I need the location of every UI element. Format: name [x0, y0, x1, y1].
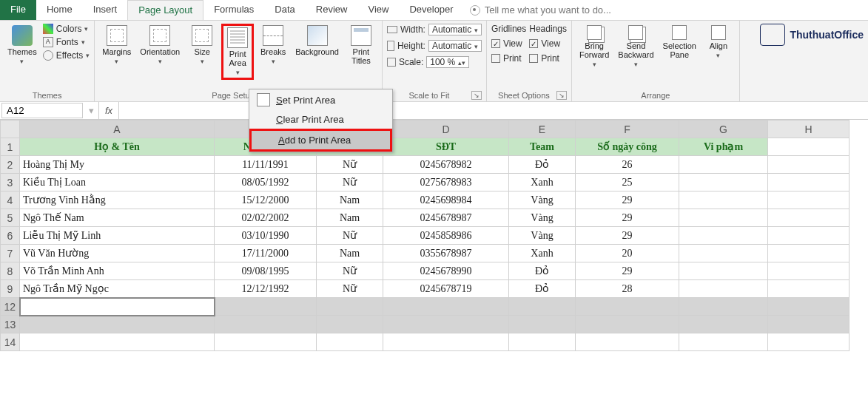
cell-G2[interactable]	[679, 156, 768, 174]
cell-H9[interactable]	[768, 280, 850, 298]
cell-F5[interactable]: 29	[576, 209, 679, 227]
cell-H1[interactable]	[768, 138, 850, 156]
name-box-dropdown-icon[interactable]: ▾	[84, 105, 98, 116]
cell-C3[interactable]: Nữ	[317, 174, 383, 191]
cell[interactable]	[215, 298, 317, 316]
gridlines-view-check[interactable]: ✓View	[491, 38, 526, 49]
row-header-3[interactable]: 3	[1, 174, 20, 191]
cell-F8[interactable]: 29	[576, 262, 679, 280]
cell[interactable]	[679, 316, 768, 333]
cell-E9[interactable]: Đỏ	[509, 280, 576, 298]
cell-E8[interactable]: Đỏ	[509, 262, 576, 280]
tab-home[interactable]: Home	[36, 0, 83, 20]
cell-D3[interactable]: 0275678983	[383, 174, 509, 191]
cell-A9[interactable]: Ngô Trần Mỹ Ngọc	[20, 280, 215, 298]
cell-G3[interactable]	[679, 174, 768, 191]
cell-H4[interactable]	[768, 191, 850, 209]
cell[interactable]	[215, 333, 317, 351]
cell-A1[interactable]: Họ & Tên	[20, 138, 215, 156]
select-all-corner[interactable]	[1, 121, 20, 138]
cell-D2[interactable]: 0245678982	[383, 156, 509, 174]
cell-E1[interactable]: Team	[509, 138, 576, 156]
row-header-8[interactable]: 8	[1, 262, 20, 280]
cell[interactable]	[509, 333, 576, 351]
cell-C8[interactable]: Nữ	[317, 262, 383, 280]
themes-button[interactable]: Themes ▾	[4, 24, 40, 67]
row-header-4[interactable]: 4	[1, 191, 20, 209]
row-header-5[interactable]: 5	[1, 209, 20, 227]
row-header-6[interactable]: 6	[1, 227, 20, 245]
cell-A8[interactable]: Võ Trần Minh Anh	[20, 262, 215, 280]
cell-C7[interactable]: Nam	[317, 245, 383, 262]
cell-E6[interactable]: Vàng	[509, 227, 576, 245]
tab-formulas[interactable]: Formulas	[203, 0, 264, 20]
col-header-G[interactable]: G	[679, 121, 768, 138]
grid[interactable]: A B C D E F G H 1 Họ & Tên Ngày sinh Giớ…	[0, 120, 850, 351]
cell[interactable]	[679, 333, 768, 351]
cell-C2[interactable]: Nữ	[317, 156, 383, 174]
cell-B2[interactable]: 11/11/1991	[215, 156, 317, 174]
dialog-launcher-icon[interactable]: ↘	[471, 91, 482, 100]
menu-add-to-print-area[interactable]: Add to Print Area	[249, 129, 392, 152]
width-combo[interactable]: Automatic ▾	[428, 24, 482, 35]
print-area-button[interactable]: Print Area ▾	[221, 24, 254, 80]
cell[interactable]	[317, 298, 383, 316]
cell-B6[interactable]: 03/10/1990	[215, 227, 317, 245]
cell-C4[interactable]: Nam	[317, 191, 383, 209]
cell-D9[interactable]: 0245678719	[383, 280, 509, 298]
cell-D7[interactable]: 0355678987	[383, 245, 509, 262]
cell-F6[interactable]: 29	[576, 227, 679, 245]
cell-D4[interactable]: 0245698984	[383, 191, 509, 209]
dialog-launcher-icon[interactable]: ↘	[556, 91, 567, 100]
name-box[interactable]	[1, 103, 83, 118]
cell-F9[interactable]: 28	[576, 280, 679, 298]
row-header-13[interactable]: 13	[1, 316, 20, 333]
menu-clear-print-area[interactable]: Clear Print Area	[249, 110, 392, 129]
cell-A4[interactable]: Trương Vinh Hằng	[20, 191, 215, 209]
cell-G5[interactable]	[679, 209, 768, 227]
send-backward-button[interactable]: Send Backward▾	[615, 24, 656, 70]
effects-button[interactable]: Effects▾	[43, 50, 90, 61]
cell-C6[interactable]: Nữ	[317, 227, 383, 245]
row-header-14[interactable]: 14	[1, 333, 20, 351]
col-header-E[interactable]: E	[509, 121, 576, 138]
tab-developer[interactable]: Developer	[399, 0, 463, 20]
cell-F1[interactable]: Số ngày công	[576, 138, 679, 156]
row-header-12[interactable]: 12	[1, 298, 20, 316]
cell[interactable]	[20, 333, 215, 351]
colors-button[interactable]: Colors▾	[43, 24, 90, 34]
cell-E5[interactable]: Vàng	[509, 209, 576, 227]
cell[interactable]	[576, 316, 679, 333]
cell[interactable]	[509, 316, 576, 333]
cell[interactable]	[576, 298, 679, 316]
cell-G1[interactable]: Vi phạm	[679, 138, 768, 156]
cell-A3[interactable]: Kiều Thị Loan	[20, 174, 215, 191]
headings-view-check[interactable]: ✓View	[529, 38, 567, 49]
menu-set-print-area[interactable]: Set Print Area	[249, 89, 392, 110]
cell-B7[interactable]: 17/11/2000	[215, 245, 317, 262]
cell[interactable]	[768, 333, 850, 351]
cell-H7[interactable]	[768, 245, 850, 262]
cell-H5[interactable]	[768, 209, 850, 227]
cell-D1[interactable]: SĐT	[383, 138, 509, 156]
fonts-button[interactable]: AFonts▾	[43, 37, 90, 47]
cell[interactable]	[383, 298, 509, 316]
cell-G6[interactable]	[679, 227, 768, 245]
cell-E4[interactable]: Vàng	[509, 191, 576, 209]
size-button[interactable]: Size▾	[186, 24, 218, 67]
cell-G7[interactable]	[679, 245, 768, 262]
tab-insert[interactable]: Insert	[83, 0, 128, 20]
orientation-button[interactable]: Orientation▾	[137, 24, 183, 67]
cell-E2[interactable]: Đỏ	[509, 156, 576, 174]
cell-B5[interactable]: 02/02/2002	[215, 209, 317, 227]
cell-G9[interactable]	[679, 280, 768, 298]
cell[interactable]	[768, 316, 850, 333]
cell-G4[interactable]	[679, 191, 768, 209]
cell-A7[interactable]: Vũ Văn Hường	[20, 245, 215, 262]
col-header-D[interactable]: D	[383, 121, 509, 138]
height-combo[interactable]: Automatic ▾	[428, 40, 482, 52]
cell-E3[interactable]: Xanh	[509, 174, 576, 191]
background-button[interactable]: Background	[292, 24, 342, 58]
cell[interactable]	[383, 316, 509, 333]
print-titles-button[interactable]: Print Titles	[345, 24, 377, 67]
